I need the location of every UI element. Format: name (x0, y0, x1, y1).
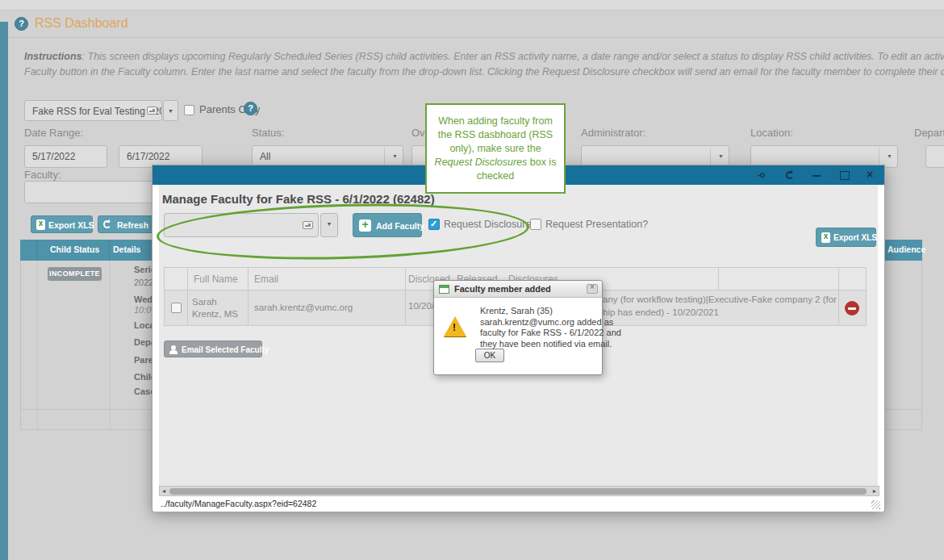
close-icon[interactable] (587, 284, 598, 294)
column-divider (37, 410, 38, 429)
date-from-input[interactable]: 5/17/2022 (24, 145, 107, 168)
email-selected-faculty-button[interactable]: Email Selected Faculty (164, 341, 262, 357)
column-divider (110, 261, 111, 409)
header-divider (109, 240, 110, 261)
note-text-italic: Request Disclosures (435, 157, 528, 168)
page-help-icon[interactable] (15, 17, 28, 31)
rss-dashboard-screen: RSS Dashboard Instructions: This screen … (0, 0, 944, 560)
ok-button[interactable]: OK (475, 349, 504, 362)
page-header: RSS Dashboard (8, 10, 944, 38)
faculty-member-added-dialog: Faculty member added Krentz, Sarah (35) … (433, 280, 603, 375)
note-text-pre: When adding faculty from the RSS dasbhoa… (438, 115, 553, 154)
location-label: Location: (750, 127, 793, 139)
warning-icon (444, 316, 466, 336)
column-divider (187, 268, 188, 290)
instructions-text: Instructions: This screen displays upcom… (24, 49, 944, 80)
window-icon (439, 285, 449, 294)
modal-export-xls-label: Export XLS (833, 233, 877, 242)
disclosures-line1: any (for workflow testing)|Executive-Fak… (603, 295, 837, 304)
column-divider (248, 268, 249, 290)
dialog-title: Faculty member added (454, 284, 551, 294)
parents-only-checkbox[interactable] (184, 105, 194, 115)
administrator-label: Administrator: (581, 127, 645, 139)
refresh-icon[interactable] (786, 171, 794, 179)
page-title: RSS Dashboard (35, 16, 128, 31)
dialog-message: Krentz, Sarah (35) sarah.krentz@vumc.org… (480, 306, 621, 349)
message-line: sarah.krentz@vumc.org added as (480, 317, 621, 328)
status-label: Status: (252, 127, 284, 139)
top-strip (0, 0, 944, 10)
request-presentation-label: Request Presentation? (545, 219, 648, 230)
refresh-label: Refresh (117, 220, 148, 230)
refresh-icon (103, 220, 111, 228)
person-icon (169, 345, 179, 353)
audience-header[interactable]: Audience (888, 244, 925, 254)
scroll-left-icon[interactable] (160, 487, 168, 495)
annotation-note: When adding faculty from the RSS dasbhoa… (425, 103, 566, 194)
close-icon[interactable] (863, 169, 876, 182)
status-url: ../faculty/ManageFaculty.aspx?eid=62482 (161, 499, 316, 508)
remove-icon[interactable] (845, 301, 859, 316)
excel-icon (821, 232, 830, 243)
scrollbar-thumb[interactable] (169, 488, 867, 495)
faculty-email: sarah.krentz@vumc.org (254, 303, 353, 312)
request-presentation-checkbox[interactable] (530, 219, 541, 230)
column-divider (37, 261, 38, 409)
column-divider (405, 268, 406, 290)
column-divider (405, 290, 406, 326)
instructions-line2: Faculty button in the Faculty column. En… (24, 65, 944, 80)
export-xls-button[interactable]: Export XLS (31, 215, 93, 233)
minimize-icon[interactable] (810, 169, 823, 182)
message-line: Krentz, Sarah (35) (480, 306, 621, 317)
left-accent-bar (0, 22, 8, 560)
activity-search-input[interactable]: Fake RSS for Eval Testing - 2022 - 6/1 (24, 100, 162, 121)
header-divider (36, 240, 37, 261)
resize-grip-icon[interactable] (871, 500, 880, 509)
row-select-checkbox[interactable] (171, 303, 182, 313)
parents-only-help-icon[interactable] (244, 102, 257, 115)
faculty-label: Faculty: (24, 169, 61, 181)
modal-export-xls-button[interactable]: Export XLS (816, 228, 876, 247)
dialog-titlebar[interactable]: Faculty member added (434, 281, 602, 298)
scroll-right-icon[interactable] (871, 487, 879, 495)
detail-line: 2022 (134, 278, 153, 287)
modal-statusbar: ../faculty/ManageFaculty.aspx?eid=62482 (153, 496, 883, 512)
child-status-header[interactable]: Child Status (50, 244, 99, 254)
export-xls-label: Export XLS (48, 220, 94, 230)
pin-icon[interactable] (754, 169, 767, 182)
column-divider (838, 290, 839, 326)
column-divider (110, 410, 111, 429)
refresh-button[interactable]: Refresh (98, 215, 159, 233)
activity-dropdown-arrow-icon[interactable] (163, 100, 178, 121)
column-divider (187, 290, 188, 326)
message-line: faculty for Fake RSS - 6/1/2022 and (480, 328, 621, 339)
message-line: they have been notified via email. (480, 339, 621, 350)
faculty-full-name: Sarah Krentz, MS (192, 296, 249, 320)
instructions-label: Instructions (24, 51, 82, 62)
department-label: Departm (914, 127, 944, 139)
status-badge: INCOMPLETE (48, 267, 102, 281)
date-range-label: Date Range: (24, 127, 83, 139)
activity-lookup-icon[interactable] (147, 107, 157, 115)
email-header[interactable]: Email (254, 274, 278, 285)
horizontal-scrollbar[interactable] (159, 486, 879, 496)
details-header[interactable]: Details (113, 244, 140, 254)
full-name-header[interactable]: Full Name (194, 274, 238, 285)
column-divider (838, 268, 839, 290)
column-divider (718, 268, 719, 290)
maximize-icon[interactable] (837, 169, 850, 182)
department-input[interactable] (925, 145, 944, 168)
instructions-line1: : This screen displays upcoming Regularl… (82, 51, 944, 62)
excel-icon (36, 219, 45, 230)
email-selected-label: Email Selected Faculty (182, 345, 269, 354)
overall-label: Ov (411, 127, 425, 139)
